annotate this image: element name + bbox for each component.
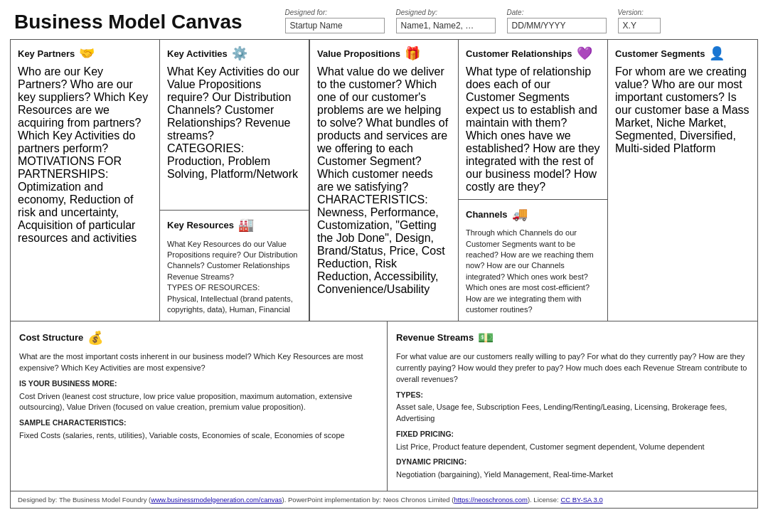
revenue-streams-types-text: Asset sale, Usage fee, Subscription Fees… — [396, 402, 756, 425]
customer-segments-body: For whom are we creating value? Who are … — [615, 65, 750, 155]
revenue-streams-body: For what value are our customers really … — [396, 351, 756, 385]
footer-link2[interactable]: https://neoschronos.com — [454, 496, 528, 504]
customer-relationships-body: What type of relationship does each of o… — [466, 65, 600, 193]
revenue-streams-dynamic-label: DYNAMIC PRICING: — [396, 457, 756, 467]
value-propositions-icon: 🎁 — [405, 46, 420, 61]
revenue-streams-types-label: TYPES: — [396, 390, 756, 400]
key-activities-categories-label: CATEGORIES: — [167, 142, 302, 155]
designed-for-input[interactable] — [285, 18, 385, 33]
customer-segments-heading: Customer Segments — [615, 48, 705, 59]
version-label: Version: — [618, 9, 661, 16]
key-resources-title: Key Resources 🏭 — [167, 216, 302, 234]
revenue-streams-title: Revenue Streams 💵 — [396, 329, 756, 347]
key-resources-heading: Key Resources — [167, 219, 234, 232]
cost-structure-sample-text: Fixed Costs (salaries, rents, utilities)… — [19, 430, 378, 442]
channels-cell: Channels 🚚 Through which Channels do our… — [459, 200, 607, 321]
customer-relationships-title: Customer Relationships 💜 — [466, 46, 600, 61]
value-propositions-body: What value do we deliver to the customer… — [317, 65, 451, 193]
designed-for-label: Designed for: — [285, 9, 385, 16]
value-propositions-heading: Value Propositions — [317, 48, 400, 59]
version-input[interactable] — [618, 18, 661, 33]
revenue-streams-dynamic-text: Negotiation (bargaining), Yield Manageme… — [396, 469, 756, 481]
cost-structure-icon: 💰 — [87, 329, 103, 347]
footer-link1[interactable]: www.businessmodelgeneration.com/canvas — [151, 496, 282, 504]
key-activities-cell: Key Activities ⚙️ What Key Activities do… — [160, 40, 309, 211]
customer-relationships-heading: Customer Relationships — [466, 48, 572, 59]
key-resources-types-label: TYPES OF RESOURCES: — [167, 282, 302, 293]
key-partners-motivations-text: Optimization and economy, Reduction of r… — [18, 181, 152, 245]
date-field: Date: — [507, 9, 607, 33]
value-propositions-cell: Value Propositions 🎁 What value do we de… — [309, 40, 459, 321]
date-label: Date: — [507, 9, 607, 16]
cr-channels-col: Customer Relationships 💜 What type of re… — [459, 40, 608, 321]
activities-resources-col: Key Activities ⚙️ What Key Activities do… — [160, 40, 309, 321]
cost-structure-is-text: Cost Driven (leanest cost structure, low… — [19, 391, 378, 414]
key-partners-icon: 🤝 — [79, 46, 95, 61]
key-activities-title: Key Activities ⚙️ — [167, 46, 302, 61]
channels-heading: Channels — [466, 208, 508, 221]
cost-structure-cell: Cost Structure 💰 What are the most impor… — [11, 321, 388, 490]
designed-by-input[interactable] — [396, 18, 496, 33]
key-activities-body: What Key Activities do our Value Proposi… — [167, 65, 302, 142]
customer-segments-title: Customer Segments 👤 — [615, 46, 750, 61]
page: Business Model Canvas Designed for: Desi… — [0, 0, 768, 532]
key-partners-heading: Key Partners — [18, 48, 75, 59]
customer-relationships-icon: 💜 — [577, 46, 592, 61]
revenue-streams-fixed-text: List Price, Product feature dependent, C… — [396, 442, 756, 453]
revenue-streams-fixed-label: FIXED PRICING: — [396, 429, 756, 440]
key-partners-cell: Key Partners 🤝 Who are our Key Partners?… — [11, 40, 160, 321]
page-title: Business Model Canvas — [14, 11, 242, 33]
key-activities-categories-text: Production, Problem Solving, Platform/Ne… — [167, 155, 302, 181]
canvas-row1: Key Partners 🤝 Who are our Key Partners?… — [11, 40, 757, 321]
cost-structure-sample-label: SAMPLE CHARACTERISTICS: — [19, 417, 378, 428]
key-partners-title: Key Partners 🤝 — [18, 46, 152, 61]
value-propositions-title: Value Propositions 🎁 — [317, 46, 451, 61]
footer-text2: ). PowerPoint implementation by: Neos Ch… — [282, 496, 454, 504]
version-field: Version: — [618, 9, 661, 33]
canvas-grid: Key Partners 🤝 Who are our Key Partners?… — [10, 39, 758, 491]
key-resources-body: What Key Resources do our Value Proposit… — [167, 239, 302, 283]
cost-structure-body: What are the most important costs inhere… — [19, 351, 378, 374]
channels-title: Channels 🚚 — [466, 206, 600, 223]
cost-structure-is-label: IS YOUR BUSINESS MORE: — [19, 378, 378, 389]
date-input[interactable] — [507, 18, 607, 33]
value-propositions-characteristics-label: CHARACTERISTICS: — [317, 193, 451, 206]
designed-by-field: Designed by: — [396, 9, 496, 33]
designed-for-field: Designed for: — [285, 9, 385, 33]
revenue-streams-heading: Revenue Streams — [396, 331, 474, 345]
key-resources-types-text: Physical, Intellectual (brand patents, c… — [167, 294, 302, 316]
key-partners-body: Who are our Key Partners? Who are our ke… — [18, 65, 152, 155]
key-resources-cell: Key Resources 🏭 What Key Resources do ou… — [160, 211, 309, 321]
key-resources-icon: 🏭 — [238, 216, 254, 234]
customer-segments-cell: Customer Segments 👤 For whom are we crea… — [608, 40, 757, 321]
customer-relationships-cell: Customer Relationships 💜 What type of re… — [459, 40, 607, 200]
channels-icon: 🚚 — [512, 206, 528, 223]
revenue-streams-icon: 💵 — [478, 329, 494, 347]
cost-structure-heading: Cost Structure — [19, 331, 83, 345]
footer: Designed by: The Business Model Foundry … — [10, 491, 758, 509]
key-activities-heading: Key Activities — [167, 48, 228, 59]
canvas-row2: Cost Structure 💰 What are the most impor… — [11, 321, 757, 491]
cost-structure-title: Cost Structure 💰 — [19, 329, 378, 347]
header: Business Model Canvas Designed for: Desi… — [0, 0, 768, 39]
customer-segments-icon: 👤 — [709, 46, 725, 61]
footer-link3[interactable]: CC BY-SA 3.0 — [560, 496, 602, 504]
revenue-streams-cell: Revenue Streams 💵 For what value are our… — [388, 321, 764, 490]
key-partners-motivations-label: MOTIVATIONS FOR PARTNERSHIPS: — [18, 155, 152, 181]
footer-text1: Designed by: The Business Model Foundry … — [18, 496, 151, 504]
key-activities-icon: ⚙️ — [232, 46, 247, 61]
footer-text3: ). License: — [528, 496, 560, 504]
value-propositions-characteristics-text: Newness, Performance, Customization, "Ge… — [317, 206, 451, 296]
header-fields: Designed for: Designed by: Date: Version… — [285, 9, 754, 33]
designed-by-label: Designed by: — [396, 9, 496, 16]
channels-body: Through which Channels do our Customer S… — [466, 228, 600, 315]
